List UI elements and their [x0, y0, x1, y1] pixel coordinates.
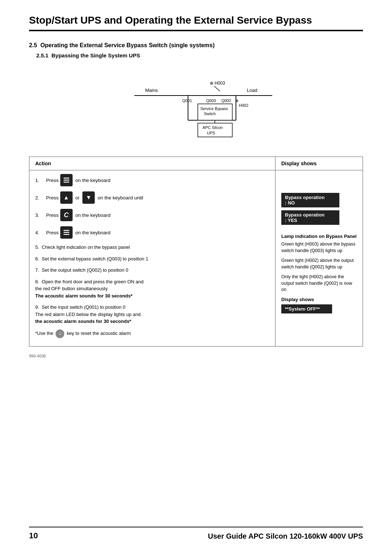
- lamp-text-1: Green light (H003) above the bypass swit…: [281, 241, 357, 254]
- svg-text:H002: H002: [239, 103, 248, 108]
- svg-text:Service Bypass: Service Bypass: [200, 106, 228, 111]
- sub-section-heading: 2.5.1 Bypassing the Single System UPS: [36, 52, 363, 58]
- table-body: 1. Press on the keyboard 2. Press ▲ or ▼…: [29, 170, 363, 346]
- action-item-1: 1. Press on the keyboard: [35, 174, 269, 186]
- display-spacer-1: [281, 174, 357, 193]
- action-item-3: 3. Press C on the keyboard: [35, 209, 269, 221]
- svg-rect-24: [64, 232, 69, 233]
- diagram-area: Mains Load ⊗ H003 Q001 Q003 Q002 ⊗ H002: [29, 66, 363, 146]
- svg-text:Load: Load: [247, 88, 257, 93]
- svg-rect-21: [64, 180, 69, 181]
- action-item-6: 6. Set the external bypass switch (Q003)…: [35, 255, 269, 263]
- footer: 10 User Guide APC Silcon 120-160kW 400V …: [29, 527, 363, 540]
- lamp-text-2: Green light (H002) above the output swit…: [281, 258, 357, 270]
- down-arrow-key-icon: ▼: [82, 191, 95, 204]
- display-shows-heading-2: Display shows: [281, 297, 357, 302]
- doc-number: 990-4036: [29, 354, 363, 358]
- svg-text:APC Silcon: APC Silcon: [203, 125, 223, 130]
- display-column-header: Display shows: [275, 157, 363, 170]
- lamp-section: Lamp indication on Bypass Panel Green li…: [281, 234, 357, 293]
- display-shows-2-section: Display shows **System OFF**: [281, 297, 357, 313]
- system-off-badge: **System OFF**: [281, 304, 332, 313]
- svg-rect-23: [64, 230, 69, 231]
- action-item-5: 5. Check light indication on the bypass …: [35, 244, 269, 251]
- lamp-heading: Lamp indication on Bypass Panel: [281, 234, 357, 239]
- action-item-2: 2. Press ▲ or ▼ on the keyboard until: [35, 191, 269, 204]
- svg-text:Q002: Q002: [221, 98, 231, 103]
- action-item-9: 9. Set the input switch (Q001) to positi…: [35, 304, 269, 325]
- svg-rect-25: [64, 234, 69, 235]
- menu-key-icon-2: [60, 226, 73, 239]
- svg-text:Mains: Mains: [145, 88, 158, 93]
- footer-title: User Guide APC Silcon 120-160kW 400V UPS: [208, 532, 363, 540]
- lamp-text-3: Only the light (H002) above the output s…: [281, 274, 357, 293]
- svg-text:Q003: Q003: [206, 98, 216, 103]
- bypass-no-badge: Bypass operation : NO: [281, 193, 339, 207]
- section-heading: 2.5 Operating the External Service Bypas…: [29, 42, 363, 49]
- action-column-header: Action: [29, 157, 275, 170]
- svg-line-3: [214, 86, 220, 91]
- svg-text:⊗ H003: ⊗ H003: [210, 81, 225, 86]
- action-column: 1. Press on the keyboard 2. Press ▲ or ▼…: [29, 170, 275, 346]
- svg-text:Q001: Q001: [182, 98, 192, 103]
- c-key-icon: C: [60, 209, 73, 221]
- page: Stop/Start UPS and Operating the Externa…: [0, 0, 392, 555]
- svg-text:UPS: UPS: [207, 131, 215, 135]
- instruction-table: Action Display shows 1. Press on the key…: [29, 157, 363, 347]
- bypass-yes-badge: Bypass operation : YES: [281, 210, 339, 225]
- action-item-4: 4. Press on the keyboard: [35, 226, 269, 239]
- svg-rect-22: [64, 182, 69, 183]
- circuit-diagram: Mains Load ⊗ H003 Q001 Q003 Q002 ⊗ H002: [105, 69, 287, 138]
- footer-page-number: 10: [29, 531, 38, 540]
- table-header-row: Action Display shows: [29, 157, 363, 170]
- up-arrow-key-icon: ▲: [60, 191, 73, 204]
- action-item-8: 8. Open the front door and press the gre…: [35, 278, 269, 300]
- page-title: Stop/Start UPS and Operating the Externa…: [29, 15, 363, 31]
- action-item-7: 7. Set the output switch (Q002) to posit…: [35, 267, 269, 274]
- display-column: Bypass operation : NO Bypass operation :…: [275, 170, 363, 346]
- svg-text:Switch: Switch: [204, 112, 216, 116]
- svg-rect-20: [64, 178, 69, 179]
- menu-key-icon-1: [60, 174, 73, 186]
- acoustic-icon: ♫: [56, 329, 64, 338]
- footnote: *Use the ♫ key to reset the acoustic ala…: [35, 329, 269, 338]
